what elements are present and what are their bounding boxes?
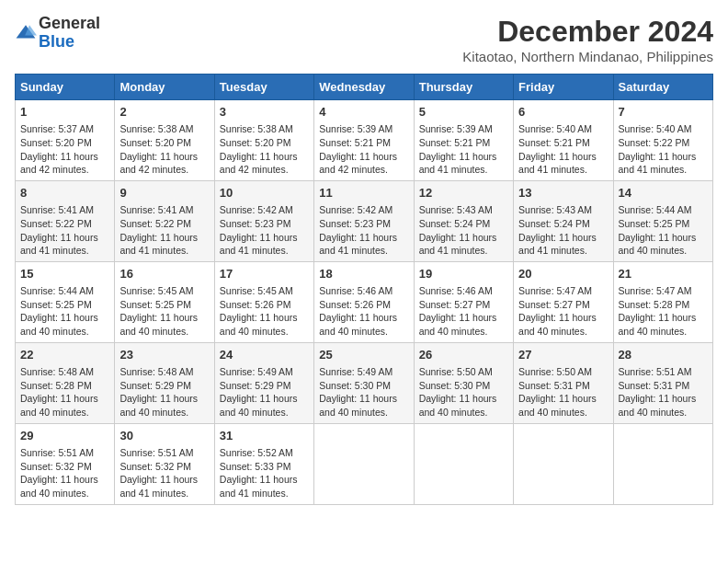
day-number: 25 (319, 347, 408, 363)
logo: General Blue (15, 15, 100, 52)
day-cell: 17Sunrise: 5:45 AM Sunset: 5:26 PM Dayli… (214, 261, 313, 342)
day-cell: 30Sunrise: 5:51 AM Sunset: 5:32 PM Dayli… (115, 423, 214, 504)
day-cell: 23Sunrise: 5:48 AM Sunset: 5:29 PM Dayli… (115, 342, 214, 423)
day-number: 6 (518, 104, 608, 121)
day-info: Sunrise: 5:41 AM Sunset: 5:22 PM Dayligh… (119, 203, 209, 258)
day-info: Sunrise: 5:43 AM Sunset: 5:24 PM Dayligh… (518, 203, 608, 258)
day-cell: 22Sunrise: 5:48 AM Sunset: 5:28 PM Dayli… (16, 342, 115, 423)
day-info: Sunrise: 5:45 AM Sunset: 5:25 PM Dayligh… (119, 284, 209, 339)
day-number: 10 (220, 185, 309, 201)
day-cell: 26Sunrise: 5:50 AM Sunset: 5:30 PM Dayli… (414, 342, 513, 423)
day-info: Sunrise: 5:50 AM Sunset: 5:30 PM Dayligh… (419, 365, 508, 419)
day-info: Sunrise: 5:42 AM Sunset: 5:23 PM Dayligh… (319, 203, 408, 258)
day-cell (613, 423, 712, 504)
day-cell: 15Sunrise: 5:44 AM Sunset: 5:25 PM Dayli… (16, 261, 115, 342)
day-info: Sunrise: 5:44 AM Sunset: 5:25 PM Dayligh… (619, 203, 708, 258)
day-cell: 20Sunrise: 5:47 AM Sunset: 5:27 PM Dayli… (514, 261, 613, 342)
logo-icon (15, 22, 37, 44)
day-info: Sunrise: 5:45 AM Sunset: 5:26 PM Dayligh… (220, 284, 309, 339)
day-info: Sunrise: 5:46 AM Sunset: 5:27 PM Dayligh… (419, 284, 508, 339)
week-row-2: 8Sunrise: 5:41 AM Sunset: 5:22 PM Daylig… (16, 180, 713, 261)
page-header: General Blue December 2024 Kitaotao, Nor… (15, 15, 713, 64)
day-number: 9 (119, 185, 209, 201)
day-cell: 31Sunrise: 5:52 AM Sunset: 5:33 PM Dayli… (214, 423, 313, 504)
day-info: Sunrise: 5:52 AM Sunset: 5:33 PM Dayligh… (220, 446, 309, 500)
day-number: 24 (220, 347, 309, 363)
day-number: 31 (220, 428, 309, 444)
column-header-saturday: Saturday (613, 75, 712, 100)
day-number: 11 (319, 185, 408, 201)
day-number: 13 (518, 185, 608, 201)
day-number: 30 (119, 428, 209, 444)
week-row-5: 29Sunrise: 5:51 AM Sunset: 5:32 PM Dayli… (16, 423, 713, 504)
day-number: 28 (619, 347, 708, 363)
day-cell: 3Sunrise: 5:38 AM Sunset: 5:20 PM Daylig… (214, 100, 313, 181)
day-info: Sunrise: 5:39 AM Sunset: 5:21 PM Dayligh… (319, 122, 408, 177)
day-number: 29 (20, 428, 109, 444)
day-info: Sunrise: 5:44 AM Sunset: 5:25 PM Dayligh… (20, 284, 109, 339)
day-number: 15 (20, 266, 109, 282)
day-info: Sunrise: 5:41 AM Sunset: 5:22 PM Dayligh… (20, 203, 109, 258)
column-header-friday: Friday (514, 75, 613, 100)
title-section: December 2024 Kitaotao, Northern Mindana… (462, 15, 713, 64)
day-cell: 7Sunrise: 5:40 AM Sunset: 5:22 PM Daylig… (613, 100, 712, 181)
day-cell: 28Sunrise: 5:51 AM Sunset: 5:31 PM Dayli… (613, 342, 712, 423)
day-info: Sunrise: 5:51 AM Sunset: 5:31 PM Dayligh… (619, 365, 708, 419)
day-cell: 1Sunrise: 5:37 AM Sunset: 5:20 PM Daylig… (16, 100, 115, 181)
day-info: Sunrise: 5:43 AM Sunset: 5:24 PM Dayligh… (419, 203, 508, 258)
day-cell: 10Sunrise: 5:42 AM Sunset: 5:23 PM Dayli… (214, 180, 313, 261)
day-info: Sunrise: 5:49 AM Sunset: 5:29 PM Dayligh… (220, 365, 309, 419)
day-info: Sunrise: 5:50 AM Sunset: 5:31 PM Dayligh… (518, 365, 608, 419)
day-cell: 6Sunrise: 5:40 AM Sunset: 5:21 PM Daylig… (514, 100, 613, 181)
day-cell: 25Sunrise: 5:49 AM Sunset: 5:30 PM Dayli… (314, 342, 414, 423)
day-info: Sunrise: 5:38 AM Sunset: 5:20 PM Dayligh… (220, 122, 309, 177)
day-cell: 4Sunrise: 5:39 AM Sunset: 5:21 PM Daylig… (314, 100, 414, 181)
day-cell: 27Sunrise: 5:50 AM Sunset: 5:31 PM Dayli… (514, 342, 613, 423)
day-number: 18 (319, 266, 408, 282)
day-cell: 29Sunrise: 5:51 AM Sunset: 5:32 PM Dayli… (16, 423, 115, 504)
day-info: Sunrise: 5:48 AM Sunset: 5:28 PM Dayligh… (20, 365, 109, 419)
day-info: Sunrise: 5:38 AM Sunset: 5:20 PM Dayligh… (119, 122, 209, 177)
day-number: 23 (119, 347, 209, 363)
day-cell: 9Sunrise: 5:41 AM Sunset: 5:22 PM Daylig… (115, 180, 214, 261)
day-info: Sunrise: 5:47 AM Sunset: 5:28 PM Dayligh… (619, 284, 708, 339)
day-number: 14 (619, 185, 708, 201)
day-number: 8 (20, 185, 109, 201)
day-info: Sunrise: 5:48 AM Sunset: 5:29 PM Dayligh… (119, 365, 209, 419)
day-info: Sunrise: 5:40 AM Sunset: 5:22 PM Dayligh… (619, 122, 708, 177)
day-cell: 12Sunrise: 5:43 AM Sunset: 5:24 PM Dayli… (414, 180, 513, 261)
day-cell: 13Sunrise: 5:43 AM Sunset: 5:24 PM Dayli… (514, 180, 613, 261)
day-cell: 24Sunrise: 5:49 AM Sunset: 5:29 PM Dayli… (214, 342, 313, 423)
week-row-4: 22Sunrise: 5:48 AM Sunset: 5:28 PM Dayli… (16, 342, 713, 423)
header-row: SundayMondayTuesdayWednesdayThursdayFrid… (16, 75, 713, 100)
day-number: 19 (419, 266, 508, 282)
day-number: 12 (419, 185, 508, 201)
calendar-table: SundayMondayTuesdayWednesdayThursdayFrid… (15, 74, 713, 505)
column-header-monday: Monday (115, 75, 214, 100)
day-number: 4 (319, 104, 408, 121)
day-number: 17 (220, 266, 309, 282)
day-cell (314, 423, 414, 504)
column-header-sunday: Sunday (16, 75, 115, 100)
day-cell (514, 423, 613, 504)
day-number: 3 (220, 104, 309, 121)
column-header-wednesday: Wednesday (314, 75, 414, 100)
day-info: Sunrise: 5:46 AM Sunset: 5:26 PM Dayligh… (319, 284, 408, 339)
day-info: Sunrise: 5:51 AM Sunset: 5:32 PM Dayligh… (119, 446, 209, 500)
day-cell: 16Sunrise: 5:45 AM Sunset: 5:25 PM Dayli… (115, 261, 214, 342)
day-number: 2 (119, 104, 209, 121)
day-cell: 21Sunrise: 5:47 AM Sunset: 5:28 PM Dayli… (613, 261, 712, 342)
day-cell (414, 423, 513, 504)
week-row-1: 1Sunrise: 5:37 AM Sunset: 5:20 PM Daylig… (16, 100, 713, 181)
day-info: Sunrise: 5:39 AM Sunset: 5:21 PM Dayligh… (419, 122, 508, 177)
column-header-thursday: Thursday (414, 75, 513, 100)
logo-text: General Blue (39, 15, 100, 52)
day-info: Sunrise: 5:42 AM Sunset: 5:23 PM Dayligh… (220, 203, 309, 258)
day-number: 5 (419, 104, 508, 121)
day-info: Sunrise: 5:47 AM Sunset: 5:27 PM Dayligh… (518, 284, 608, 339)
day-number: 7 (619, 104, 708, 121)
day-info: Sunrise: 5:40 AM Sunset: 5:21 PM Dayligh… (518, 122, 608, 177)
day-info: Sunrise: 5:49 AM Sunset: 5:30 PM Dayligh… (319, 365, 408, 419)
day-number: 21 (619, 266, 708, 282)
column-header-tuesday: Tuesday (214, 75, 313, 100)
